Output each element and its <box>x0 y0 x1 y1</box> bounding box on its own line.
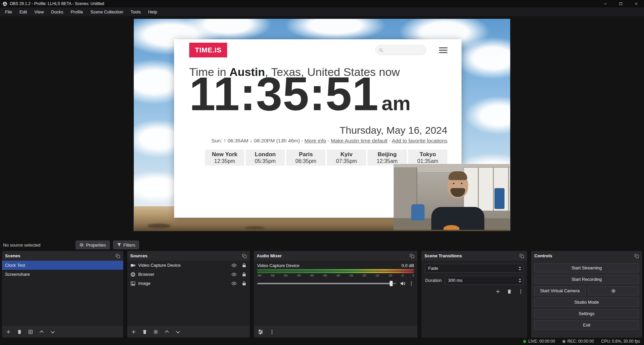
preview-canvas[interactable]: TIME.IS Time in Austin, Texas, United St… <box>134 19 510 231</box>
sliders-icon <box>258 329 264 335</box>
lock-icon[interactable] <box>241 281 247 286</box>
chevron-down-icon <box>175 329 181 335</box>
menu-profile[interactable]: Profile <box>67 7 87 16</box>
source-toolbar: No source selected Properties Filters <box>0 239 644 251</box>
spin-arrows-icon[interactable] <box>518 277 522 284</box>
more-info-link: More info <box>305 138 326 143</box>
transition-select[interactable]: Fade <box>425 264 523 273</box>
controls-panel: Controls Start Streaming Start Recording… <box>531 251 642 338</box>
source-item-image[interactable]: Image <box>127 279 250 288</box>
studio-mode-button[interactable]: Studio Mode <box>534 298 639 307</box>
transitions-title: Scene Transitions <box>424 253 462 258</box>
advanced-audio-button[interactable] <box>258 329 264 335</box>
cpu-fps-status: CPU: 0.6%, 30.00 fps <box>601 339 640 344</box>
scene-filters-icon <box>28 329 33 335</box>
scene-filters-button[interactable] <box>28 329 33 335</box>
world-clocks: New York12:35pm London05:35pm Paris06:35… <box>189 149 448 166</box>
dock-row: Scenes Clock Test Screenshare Sources <box>0 251 644 338</box>
source-item-video-capture[interactable]: Video Capture Device <box>127 261 250 270</box>
audio-popout-button[interactable] <box>410 254 414 258</box>
menu-view[interactable]: View <box>31 7 47 16</box>
titlebar: OBS 29.1.2 - Profile: LLHLS BETA - Scene… <box>0 0 644 7</box>
source-item-browser[interactable]: Browser <box>127 270 250 279</box>
exit-button[interactable]: Exit <box>534 320 639 330</box>
speaker-icon[interactable] <box>400 281 406 287</box>
search-icon <box>379 48 384 53</box>
webcam-person-eye <box>453 183 455 184</box>
live-indicator-icon <box>523 340 526 343</box>
audio-mixer-header: Audio Mixer <box>254 251 418 261</box>
webcam-chair <box>495 188 505 209</box>
eye-visible-icon[interactable] <box>231 263 237 268</box>
webcam-overlay <box>394 164 510 230</box>
controls-body: Start Streaming Start Recording Start Vi… <box>531 261 642 338</box>
popout-icon <box>634 254 639 258</box>
menu-docks[interactable]: Docks <box>47 7 67 16</box>
controls-popout-button[interactable] <box>634 254 639 258</box>
obs-window: OBS 29.1.2 - Profile: LLHLS BETA - Scene… <box>0 0 644 345</box>
eye-visible-icon[interactable] <box>231 281 237 286</box>
gear-icon <box>153 329 158 335</box>
add-scene-button[interactable] <box>6 329 11 335</box>
volume-slider-fill <box>257 283 391 284</box>
kebab-menu-icon[interactable] <box>409 281 414 286</box>
scenes-panel-header: Scenes <box>2 251 123 261</box>
duration-label: Duration <box>425 278 442 283</box>
source-properties-button[interactable] <box>153 329 158 335</box>
menu-tools[interactable]: Tools <box>127 7 144 16</box>
lock-icon[interactable] <box>241 263 247 268</box>
kebab-menu-icon <box>269 329 275 335</box>
audio-mixer-menu-button[interactable] <box>269 329 275 335</box>
audio-channel: Video Capture Device 0.0 dB -60-55-50-45… <box>254 261 418 326</box>
lock-icon[interactable] <box>241 272 247 277</box>
move-source-up-button[interactable] <box>164 329 170 335</box>
remove-transition-button[interactable] <box>507 289 512 294</box>
kebab-menu-icon <box>518 289 523 294</box>
duration-spinbox[interactable]: 300 ms <box>445 276 523 285</box>
remove-scene-button[interactable] <box>17 329 22 335</box>
transitions-popout-button[interactable] <box>519 254 524 258</box>
filters-button[interactable]: Filters <box>113 241 139 249</box>
timeis-date: Thursday, May 16, 2024 <box>189 125 448 136</box>
volume-slider-handle[interactable] <box>389 281 393 286</box>
menu-help[interactable]: Help <box>144 7 161 16</box>
trash-icon <box>142 329 147 335</box>
minimize-button[interactable] <box>598 0 613 7</box>
settings-button[interactable]: Settings <box>534 309 639 318</box>
menu-scene-collection[interactable]: Scene Collection <box>87 7 127 16</box>
plus-icon <box>6 329 11 335</box>
scene-item-clock-test[interactable]: Clock Test <box>2 261 123 270</box>
menu-edit[interactable]: Edit <box>16 7 31 16</box>
add-transition-button[interactable] <box>495 289 501 294</box>
globe-icon <box>130 272 136 277</box>
properties-button[interactable]: Properties <box>76 241 109 249</box>
add-source-button[interactable] <box>131 329 136 335</box>
start-recording-button[interactable]: Start Recording <box>534 275 639 284</box>
remove-source-button[interactable] <box>142 329 147 335</box>
cloud-shape <box>465 96 510 135</box>
transitions-actions <box>425 289 523 294</box>
image-icon <box>130 281 136 286</box>
maximize-button[interactable] <box>613 0 629 7</box>
move-scene-down-button[interactable] <box>50 329 55 335</box>
scenes-panel: Scenes Clock Test Screenshare <box>2 251 123 338</box>
make-default-link: Make Austin time default <box>331 138 387 143</box>
scene-item-screenshare[interactable]: Screenshare <box>2 270 123 279</box>
plus-icon <box>131 329 136 335</box>
transition-menu-button[interactable] <box>518 289 523 294</box>
virtual-camera-row: Start Virtual Camera <box>534 286 639 295</box>
move-source-down-button[interactable] <box>175 329 181 335</box>
close-button[interactable] <box>629 0 644 7</box>
eye-visible-icon[interactable] <box>231 272 237 277</box>
live-status: LIVE: 00:00:00 <box>523 339 555 344</box>
virtual-camera-config-button[interactable] <box>588 286 639 295</box>
timeis-clock: 11:35:51 am <box>189 69 448 119</box>
move-scene-up-button[interactable] <box>39 329 44 335</box>
start-streaming-button[interactable]: Start Streaming <box>534 263 639 272</box>
start-virtual-camera-button[interactable]: Start Virtual Camera <box>534 286 585 295</box>
scenes-popout-button[interactable] <box>116 254 120 258</box>
sources-popout-button[interactable] <box>242 254 247 258</box>
menu-file[interactable]: File <box>1 7 16 16</box>
volume-slider[interactable] <box>257 283 397 284</box>
audio-channel-level: 0.0 dB <box>402 263 414 268</box>
